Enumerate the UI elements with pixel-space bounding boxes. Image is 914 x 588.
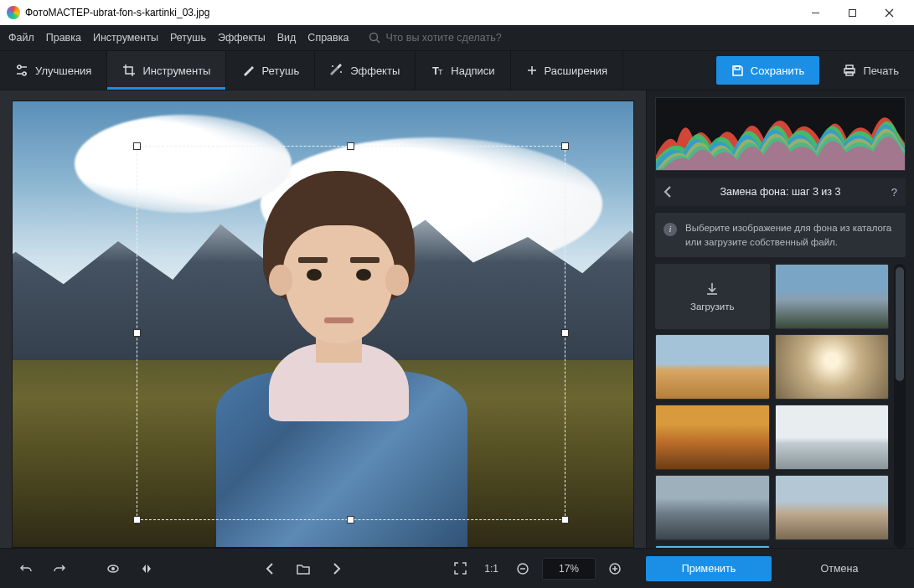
browse-button[interactable] [289,556,318,581]
svg-point-9 [23,72,26,75]
svg-point-4 [370,34,378,41]
ribbon: Улучшения Инструменты Ретушь Эффекты TT … [0,50,914,90]
fit-icon [454,562,467,575]
tab-extensions[interactable]: Расширения [511,51,624,90]
tab-retouch[interactable]: Ретушь [226,51,315,90]
bg-thumb-desert[interactable] [655,334,770,400]
tab-label: Ретушь [261,64,299,77]
flip-icon [140,562,153,575]
fit-screen-button[interactable] [446,556,474,581]
close-button[interactable] [870,0,907,25]
handle-w[interactable] [133,329,141,337]
apply-button[interactable]: Применить [646,556,772,581]
svg-point-22 [111,567,115,570]
tab-label: Инструменты [142,64,210,77]
search-placeholder: Что вы хотите сделать? [385,32,501,44]
tab-tools[interactable]: Инструменты [107,51,226,90]
menu-effects[interactable]: Эффекты [218,32,266,44]
text-icon: TT [431,64,444,77]
upload-label: Загрузить [690,302,735,312]
download-icon [705,281,720,297]
scrollbar-thumb[interactable] [896,267,904,380]
menu-view[interactable]: Вид [277,32,297,44]
handle-se[interactable] [561,516,569,524]
tab-effects[interactable]: Эффекты [315,51,416,90]
panel-header: Замена фона: шаг 3 из 3 ? [655,178,906,206]
tab-label: Эффекты [350,64,400,77]
print-button[interactable]: Печать [828,64,914,77]
sliders-icon [15,64,28,77]
zoom-in-button[interactable] [601,556,629,581]
folder-icon [297,563,310,575]
bg-thumb-living-room[interactable] [775,405,890,470]
handle-s[interactable] [347,516,354,524]
wand-icon [330,64,343,77]
print-icon [843,64,856,77]
help-button[interactable]: ? [891,186,897,199]
handle-sw[interactable] [133,516,141,524]
search-icon [369,32,380,44]
cancel-label: Отмена [821,563,859,575]
svg-text:T: T [438,68,443,76]
svg-point-11 [340,71,342,73]
minus-circle-icon [517,563,529,575]
canvas[interactable] [12,101,634,548]
maximize-button[interactable] [834,0,870,25]
save-label: Сохранить [751,64,805,77]
redo-icon [53,562,66,575]
menu-retouch[interactable]: Ретушь [170,32,206,44]
undo-button[interactable] [12,556,40,581]
menu-help[interactable]: Справка [307,32,349,44]
background-catalog: Загрузить [655,264,906,548]
handle-nw[interactable] [133,142,141,150]
status-bar: 1:1 17% Применить Отмена [0,548,914,588]
tab-label: Улучшения [35,64,91,77]
minimize-button[interactable] [797,0,834,25]
cancel-button[interactable]: Отмена [777,556,902,581]
crop-icon [122,64,136,77]
compare-button[interactable] [99,556,127,581]
info-message: Выберите изображение для фона из каталог… [655,213,906,257]
bg-thumb-mountains[interactable] [775,264,890,329]
svg-point-8 [18,65,21,69]
bg-thumb-city-street[interactable] [655,475,770,540]
handle-n[interactable] [347,142,354,150]
tab-enhance[interactable]: Улучшения [0,51,107,90]
flip-button[interactable] [132,556,161,581]
handle-ne[interactable] [561,142,569,150]
app-logo-icon [7,6,20,19]
upload-button[interactable]: Загрузить [655,264,770,329]
tab-label: Расширения [545,64,608,77]
histogram [655,97,906,171]
svg-rect-16 [735,66,740,70]
ratio-label: 1:1 [484,563,498,575]
tab-text[interactable]: TT Надписи [416,51,510,90]
bg-thumb-autumn-forest[interactable] [655,405,770,470]
menu-file[interactable]: Файл [8,32,34,44]
bg-thumb-european-town[interactable] [775,475,890,540]
plus-icon [526,64,538,76]
brush-icon [241,64,255,77]
bg-thumb-tropical-beach[interactable] [655,545,770,548]
zoom-out-button[interactable] [509,556,537,581]
save-icon [731,64,744,77]
scrollbar-track[interactable] [894,264,906,548]
bg-thumb-winter-road[interactable] [775,334,890,400]
prev-image-button[interactable] [256,556,284,581]
svg-rect-1 [849,9,855,16]
zoom-value[interactable]: 17% [542,558,596,580]
plus-circle-icon [609,563,621,575]
next-image-button[interactable] [323,556,351,581]
menu-edit[interactable]: Правка [46,32,81,44]
redo-button[interactable] [45,556,74,581]
back-button[interactable] [664,186,672,198]
actual-size-button[interactable]: 1:1 [479,556,503,581]
zoom-text: 17% [559,563,579,575]
handle-e[interactable] [561,329,569,337]
menu-search[interactable]: Что вы хотите сделать? [369,32,501,44]
save-button[interactable]: Сохранить [716,56,820,85]
eye-icon [106,562,120,575]
selection-marquee[interactable] [137,146,565,520]
menu-tools[interactable]: Инструменты [93,32,158,44]
title-bar: ФотоМАСТЕР - ubrat-fon-s-kartinki_03.jpg [0,0,914,25]
